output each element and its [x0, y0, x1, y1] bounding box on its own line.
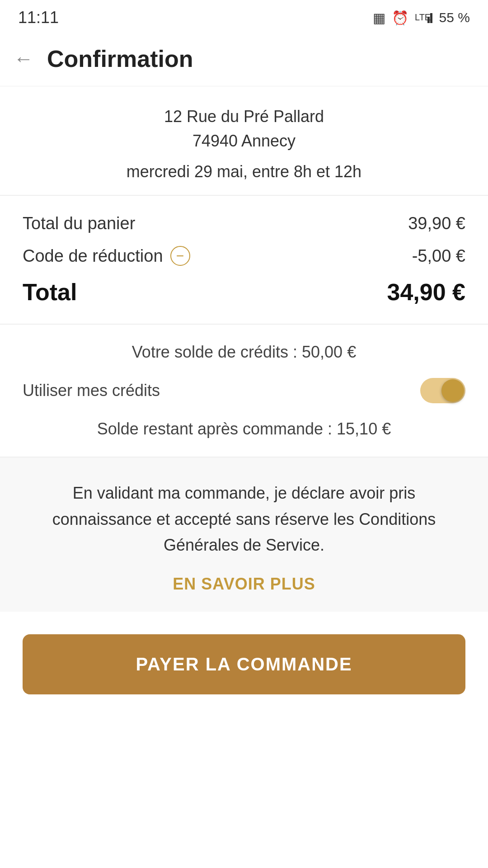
toggle-knob: [441, 379, 464, 402]
svg-rect-1: [427, 17, 430, 23]
legal-section: En validant ma commande, je déclare avoi…: [0, 458, 488, 612]
status-icons: ▦ ⏰ LTE 55 %: [373, 9, 470, 27]
total-row: Total 34,90 €: [23, 278, 465, 306]
address-line2: 74940 Annecy: [18, 129, 470, 153]
pay-button[interactable]: PAYER LA COMMANDE: [23, 634, 465, 694]
credits-toggle-row: Utiliser mes crédits: [23, 378, 465, 403]
battery-text: 55 %: [439, 10, 470, 25]
cart-total-row: Total du panier 39,90 €: [23, 214, 465, 233]
learn-more-link[interactable]: EN SAVOIR PLUS: [173, 575, 315, 593]
alarm-icon: ⏰: [392, 10, 408, 26]
signal-icon: LTE: [415, 9, 433, 27]
address-line1: 12 Rue du Pré Pallard: [18, 104, 470, 129]
delivery-time: mercredi 29 mai, entre 8h et 12h: [18, 162, 470, 181]
pricing-section: Total du panier 39,90 € Code de réductio…: [0, 196, 488, 325]
status-bar: 11:11 ▦ ⏰ LTE 55 %: [0, 0, 488, 32]
cart-total-label: Total du panier: [23, 214, 135, 233]
page-title: Confirmation: [47, 45, 193, 72]
pay-button-container: PAYER LA COMMANDE: [0, 612, 488, 722]
reduction-value: -5,00 €: [412, 246, 465, 266]
total-value: 34,90 €: [387, 278, 466, 306]
credits-section: Votre solde de crédits : 50,00 € Utilise…: [0, 325, 488, 458]
svg-rect-2: [430, 13, 432, 23]
vibrate-icon: ▦: [373, 10, 385, 26]
cart-total-value: 39,90 €: [408, 214, 465, 233]
address-section: 12 Rue du Pré Pallard 74940 Annecy mercr…: [0, 86, 488, 196]
reduction-label: Code de réduction: [23, 246, 163, 266]
use-credits-toggle[interactable]: [420, 378, 465, 403]
reduction-row: Code de réduction − -5,00 €: [23, 246, 465, 266]
back-button[interactable]: ←: [14, 49, 33, 69]
header: ← Confirmation: [0, 32, 488, 86]
credits-remaining: Solde restant après commande : 15,10 €: [23, 420, 465, 439]
credits-balance: Votre solde de crédits : 50,00 €: [23, 343, 465, 362]
minus-icon[interactable]: −: [170, 246, 190, 266]
status-time: 11:11: [18, 8, 59, 27]
total-label: Total: [23, 278, 77, 306]
use-credits-label: Utiliser mes crédits: [23, 381, 160, 400]
reduction-label-container: Code de réduction −: [23, 246, 190, 266]
legal-text: En validant ma commande, je déclare avoi…: [23, 480, 465, 558]
